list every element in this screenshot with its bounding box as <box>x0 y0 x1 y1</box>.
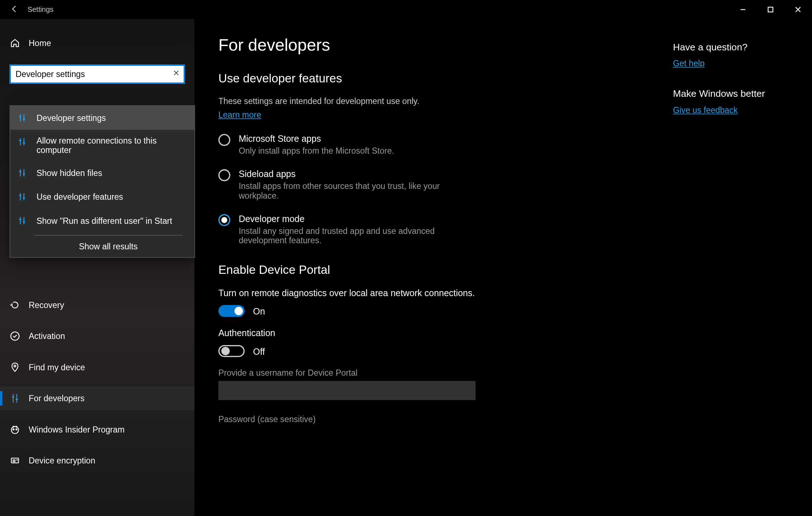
device-portal-toggle[interactable] <box>218 305 245 317</box>
back-button[interactable] <box>5 4 24 14</box>
maximize-button[interactable] <box>757 0 784 19</box>
sidebar-item-label: Find my device <box>29 362 85 372</box>
device-portal-description: Turn on remote diagnostics over local ar… <box>218 288 637 298</box>
sliders-icon <box>17 113 28 124</box>
sidebar-item-recovery[interactable]: Recovery <box>0 293 194 317</box>
insider-icon <box>10 424 21 435</box>
minimize-button[interactable] <box>729 0 757 19</box>
get-help-link[interactable]: Get help <box>673 59 812 68</box>
question-heading: Have a question? <box>673 42 812 53</box>
sidebar-item-label: Activation <box>29 331 65 341</box>
sidebar-item-for-developers[interactable]: For developers <box>0 386 194 410</box>
search-clear-icon[interactable]: ✕ <box>173 68 180 78</box>
sidebar-item-label: Device encryption <box>29 456 95 465</box>
radio-description: Install any signed and trusted app and u… <box>239 226 478 245</box>
radio-store-apps[interactable]: Microsoft Store apps Only install apps f… <box>218 133 637 155</box>
authentication-toggle[interactable] <box>218 345 245 357</box>
features-description: These settings are intended for developm… <box>218 96 637 106</box>
sliders-icon <box>17 216 28 227</box>
learn-more-link[interactable]: Learn more <box>218 110 261 120</box>
recovery-icon <box>10 300 21 311</box>
sliders-icon <box>17 137 28 148</box>
search-result-item[interactable]: Allow remote connections to this compute… <box>10 130 194 161</box>
window-controls <box>729 0 812 19</box>
search-result-item[interactable]: Use developer features <box>10 185 194 209</box>
radio-description: Only install apps from the Microsoft Sto… <box>239 146 394 156</box>
activation-icon <box>10 331 21 341</box>
sidebar-home[interactable]: Home <box>0 31 194 55</box>
search-input[interactable] <box>10 64 185 83</box>
sidebar-item-device-encryption[interactable]: Device encryption <box>0 449 194 472</box>
search-result-item[interactable]: Show "Run as different user" in Start <box>10 209 194 232</box>
section-heading-device-portal: Enable Device Portal <box>218 263 637 277</box>
search-result-label: Use developer features <box>36 192 123 202</box>
page-title: For developers <box>218 36 637 55</box>
titlebar: Settings <box>0 0 812 19</box>
svg-rect-7 <box>13 460 15 462</box>
sidebar-item-label: Windows Insider Program <box>29 425 125 434</box>
home-icon <box>10 38 21 49</box>
radio-title: Developer mode <box>239 213 478 223</box>
radio-sideload[interactable]: Sideload apps Install apps from other so… <box>218 169 637 200</box>
sidebar-item-label: Recovery <box>29 300 64 310</box>
search-results-dropdown: Developer settings Allow remote connecti… <box>10 105 195 258</box>
sidebar: Home ✕ Developer settings Allow remote c… <box>0 19 194 516</box>
sidebar-item-find-device[interactable]: Find my device <box>0 355 194 379</box>
app-title: Settings <box>27 5 53 14</box>
search-result-label: Show hidden files <box>36 168 102 178</box>
sliders-icon <box>17 192 28 203</box>
developers-icon <box>10 393 21 404</box>
section-heading-features: Use developer features <box>218 72 637 85</box>
search-result-label: Developer settings <box>36 113 106 123</box>
svg-point-2 <box>14 365 16 367</box>
search-result-label: Show "Run as different user" in Start <box>36 216 172 226</box>
username-input[interactable] <box>218 381 476 400</box>
password-field-label: Password (case sensitive) <box>218 415 637 424</box>
svg-point-1 <box>11 332 19 340</box>
close-button[interactable] <box>784 0 812 19</box>
encryption-icon <box>10 455 21 466</box>
sidebar-item-label: For developers <box>29 394 85 403</box>
sliders-icon <box>17 168 28 179</box>
auth-label: Authentication <box>218 328 637 338</box>
search-result-item[interactable]: Show hidden files <box>10 161 194 185</box>
find-device-icon <box>10 362 21 373</box>
radio-title: Microsoft Store apps <box>239 133 394 144</box>
sidebar-home-label: Home <box>29 38 51 48</box>
sidebar-item-insider[interactable]: Windows Insider Program <box>0 417 194 441</box>
svg-point-5 <box>16 429 17 430</box>
sidebar-item-activation[interactable]: Activation <box>0 324 194 348</box>
svg-point-3 <box>12 426 19 434</box>
search-result-item[interactable]: Developer settings <box>10 106 194 130</box>
svg-point-4 <box>13 429 14 430</box>
radio-developer-mode[interactable]: Developer mode Install any signed and tr… <box>218 213 637 245</box>
radio-circle-icon <box>218 214 230 226</box>
radio-title: Sideload apps <box>239 169 478 179</box>
svg-rect-0 <box>768 7 773 12</box>
toggle-state-label: On <box>253 306 265 316</box>
radio-circle-icon <box>218 169 230 181</box>
help-panel: Have a question? Get help Make Windows b… <box>673 42 812 516</box>
feedback-heading: Make Windows better <box>673 89 812 99</box>
toggle-state-label: Off <box>253 346 265 356</box>
search-result-label: Allow remote connections to this compute… <box>36 136 187 155</box>
radio-description: Install apps from other sources that you… <box>239 181 478 200</box>
search-show-all[interactable]: Show all results <box>34 235 182 257</box>
radio-circle-icon <box>218 134 230 146</box>
main-content: For developers Use developer features Th… <box>218 36 637 516</box>
feedback-link[interactable]: Give us feedback <box>673 105 812 115</box>
username-field-label: Provide a username for Device Portal <box>218 368 637 377</box>
